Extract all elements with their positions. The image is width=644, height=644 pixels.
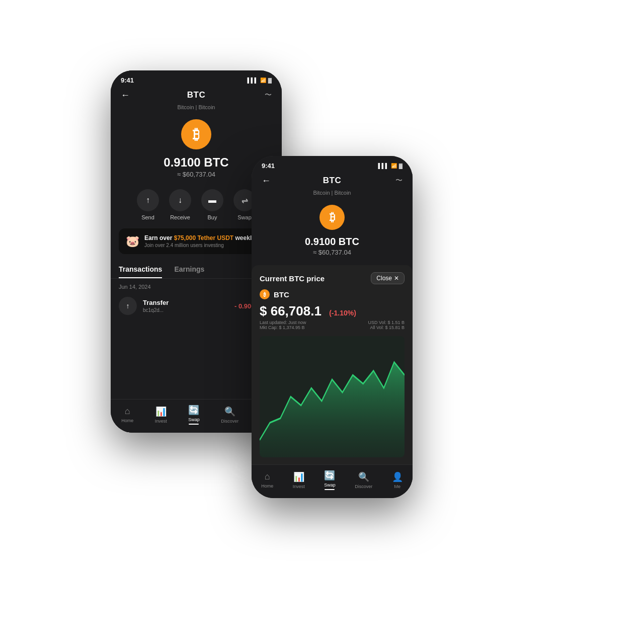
big-price: $ 66,708.1 (-1.10%) [260, 303, 405, 319]
earn-sub: Join over 2.4 million users investing [144, 243, 255, 248]
swap-nav-label-front: Swap [324, 482, 336, 488]
btc-circle-front: ₿ [319, 205, 345, 230]
btc-price-label: BTC [274, 290, 289, 299]
discover-icon-front: 🔍 [358, 471, 369, 482]
balance-usd-front: ≈ $60,737.04 [252, 249, 413, 263]
btc-price-row: ₿ BTC [260, 289, 405, 299]
scene: 9:41 ▌▌▌ 📶 ▓ ← BTC 〜 Bitcoin | Bitcoin ₿… [96, 45, 548, 599]
btc-icon-front: ₿ [252, 199, 413, 234]
me-label-front: Me [394, 484, 400, 489]
send-icon: ↑ [137, 189, 159, 211]
balance-front: 0.9100 BTC [252, 234, 413, 249]
buy-label: Buy [208, 214, 217, 220]
status-icons-back: ▌▌▌ 📶 ▓ [247, 77, 272, 83]
battery-icon: ▓ [268, 77, 272, 83]
nav-home-back[interactable]: ⌂ Home [121, 406, 133, 423]
usd-vol: USD Vol: $ 1.51 B [368, 320, 405, 325]
nav-underline-front [325, 489, 335, 490]
mkt-cap: Mkt Cap: $ 1,374.95 B [260, 325, 306, 330]
swap-label: Swap [237, 214, 252, 220]
price-meta-left: Last updated: Just now Mkt Cap: $ 1,374.… [260, 320, 306, 330]
header-front: ← BTC 〜 [252, 172, 413, 190]
earn-banner[interactable]: 🐷 Earn over $75,000 Tether USDT weekly J… [119, 228, 274, 254]
activity-icon-back: 〜 [265, 91, 272, 100]
wifi-icon: 📶 [260, 77, 266, 83]
earn-main: Earn over $75,000 Tether USDT weekly [144, 234, 255, 242]
invest-icon-front: 📊 [293, 471, 304, 482]
nav-invest-front[interactable]: 📊 Invest [293, 471, 305, 489]
subtitle-back: Bitcoin | Bitcoin [111, 104, 282, 113]
pig-icon: 🐷 [126, 235, 139, 248]
nav-underline-back [189, 424, 199, 425]
header-title-back: BTC [187, 90, 205, 100]
status-bar-back: 9:41 ▌▌▌ 📶 ▓ [111, 70, 282, 86]
send-button[interactable]: ↑ Send [137, 189, 159, 220]
subtitle-front: Bitcoin | Bitcoin [252, 190, 413, 199]
tab-transactions[interactable]: Transactions [119, 261, 162, 278]
signal-icon-front: ▌▌▌ [378, 163, 388, 169]
btc-icon-back: ₿ [111, 113, 282, 153]
invest-icon-back: 📊 [155, 406, 167, 417]
home-label-front: Home [261, 484, 273, 489]
tx-info: Transfer bc1q2d... [143, 299, 228, 313]
discover-label-back: Discover [221, 419, 238, 424]
back-button-front[interactable]: ← [262, 176, 271, 186]
swap-nav-icon-front: 🔄 [324, 470, 335, 481]
price-meta: Last updated: Just now Mkt Cap: $ 1,374.… [260, 320, 405, 330]
nav-discover-back[interactable]: 🔍 Discover [221, 406, 238, 424]
close-label: Close [376, 275, 392, 282]
earn-text: Earn over $75,000 Tether USDT weekly Joi… [144, 234, 255, 248]
status-icons-front: ▌▌▌ 📶 ▓ [378, 163, 403, 169]
header-back: ← BTC 〜 [111, 86, 282, 104]
receive-icon: ↓ [169, 189, 191, 211]
price-change: (-1.10%) [329, 309, 356, 317]
close-icon: ✕ [394, 275, 399, 282]
btc-chart [260, 336, 405, 457]
me-icon-front: 👤 [392, 471, 403, 482]
home-label-back: Home [121, 418, 133, 423]
invest-label-front: Invest [293, 484, 305, 489]
time-back: 9:41 [121, 76, 134, 84]
earn-amount: $75,000 Tether USDT [174, 234, 234, 242]
price-overlay-header: Current BTC price Close ✕ [260, 272, 405, 284]
tab-earnings[interactable]: Earnings [174, 261, 204, 278]
wifi-icon-front: 📶 [391, 163, 397, 169]
send-label: Send [141, 214, 154, 220]
all-vol: All Vol: $ 15.81 B [368, 325, 405, 330]
buy-icon: ▬ [201, 189, 223, 211]
phone-front: 9:41 ▌▌▌ 📶 ▓ ← BTC 〜 Bitcoin | Bitcoin ₿… [252, 156, 413, 498]
close-button[interactable]: Close ✕ [371, 272, 405, 284]
price-overlay-title: Current BTC price [260, 274, 325, 283]
invest-label-back: Invest [155, 419, 167, 424]
status-bar-front: 9:41 ▌▌▌ 📶 ▓ [252, 156, 413, 172]
home-icon-back: ⌂ [125, 406, 130, 417]
bottom-nav-front: ⌂ Home 📊 Invest 🔄 Swap 🔍 Discover [252, 464, 413, 498]
btc-mini-icon: ₿ [260, 289, 270, 299]
header-title-front: BTC [323, 176, 341, 186]
receive-button[interactable]: ↓ Receive [169, 189, 191, 220]
buy-button[interactable]: ▬ Buy [201, 189, 223, 220]
signal-icon: ▌▌▌ [247, 77, 258, 83]
discover-label-front: Discover [355, 484, 372, 489]
receive-label: Receive [170, 214, 190, 220]
tx-name: Transfer [143, 299, 228, 306]
discover-icon-back: 🔍 [224, 406, 235, 417]
nav-me-front[interactable]: 👤 Me [392, 471, 403, 489]
swap-nav-label-back: Swap [188, 417, 200, 422]
nav-home-front[interactable]: ⌂ Home [261, 471, 273, 489]
price-meta-right: USD Vol: $ 1.51 B All Vol: $ 15.81 B [368, 320, 405, 330]
swap-nav-icon-back: 🔄 [188, 405, 199, 416]
nav-discover-front[interactable]: 🔍 Discover [355, 471, 372, 489]
nav-invest-back[interactable]: 📊 Invest [155, 406, 167, 424]
nav-swap-back[interactable]: 🔄 Swap [188, 405, 200, 425]
btc-circle-back: ₿ [181, 119, 211, 149]
time-front: 9:41 [262, 162, 275, 170]
tx-icon: ↑ [119, 297, 137, 315]
nav-swap-front[interactable]: 🔄 Swap [324, 470, 336, 490]
activity-icon-front: 〜 [395, 176, 403, 185]
battery-icon-front: ▓ [399, 163, 403, 169]
tx-addr: bc1q2d... [143, 307, 228, 313]
last-updated: Last updated: Just now [260, 320, 306, 325]
back-button-back[interactable]: ← [121, 90, 130, 101]
price-overlay: Current BTC price Close ✕ ₿ BTC $ 66,708… [252, 265, 413, 464]
